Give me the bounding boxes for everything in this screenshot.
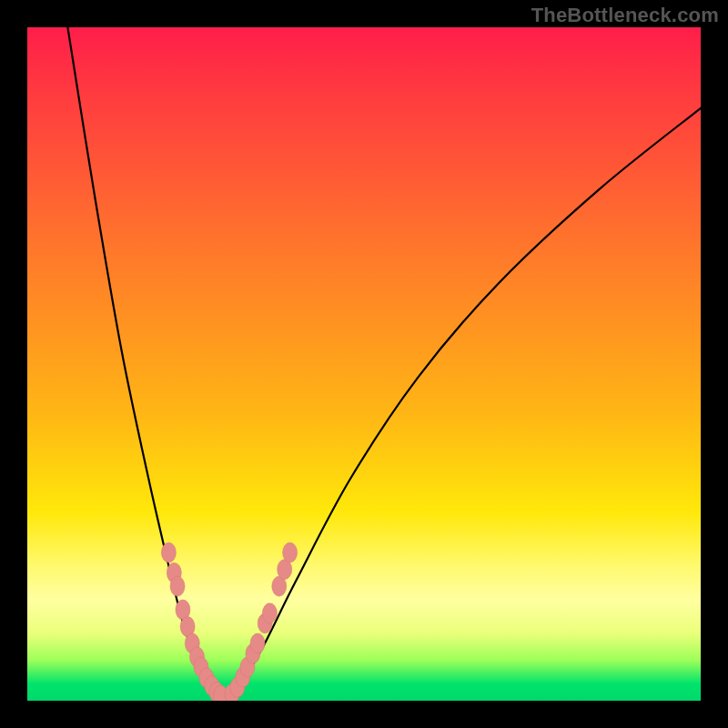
curve-svg bbox=[27, 27, 701, 701]
curve-left-branch bbox=[67, 27, 219, 697]
attribution-text: TheBottleneck.com bbox=[531, 4, 719, 27]
trough-marker bbox=[250, 633, 265, 653]
trough-marker bbox=[161, 542, 176, 562]
trough-marker bbox=[283, 542, 298, 562]
trough-marker bbox=[170, 576, 185, 596]
plot-area bbox=[27, 27, 701, 701]
chart-stage: TheBottleneck.com bbox=[0, 0, 728, 728]
trough-marker bbox=[262, 603, 277, 623]
trough-markers bbox=[161, 542, 297, 701]
curve-right-branch bbox=[229, 108, 701, 698]
